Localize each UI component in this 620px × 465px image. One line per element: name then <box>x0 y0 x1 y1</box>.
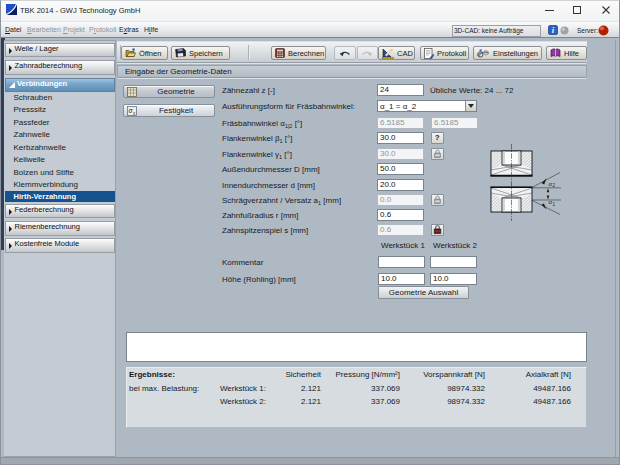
svg-text:1: 1 <box>553 202 556 207</box>
svg-text:2: 2 <box>553 183 556 188</box>
